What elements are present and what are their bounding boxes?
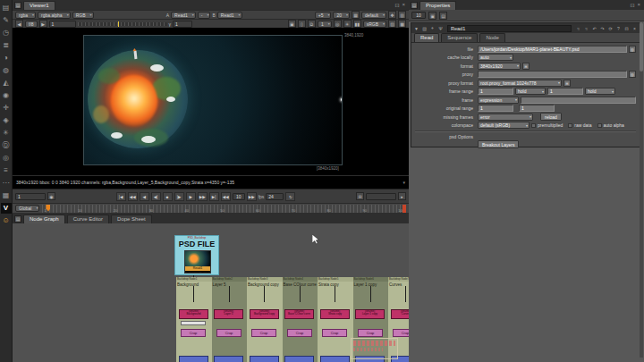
roi-icon[interactable]: ◎ (334, 20, 342, 28)
missing-frames-dropdown[interactable]: error (478, 114, 533, 121)
colorspace-dropdown[interactable]: default (sRGB) (478, 122, 530, 129)
downrez-dropdown[interactable]: 1 (318, 21, 332, 28)
premult-node[interactable] (284, 356, 314, 362)
node-name-field[interactable]: Read1 (447, 25, 572, 32)
play-forward-fast-button[interactable]: ▶▶ (198, 192, 208, 201)
tab-viewer1[interactable]: Viewer1 (23, 1, 55, 10)
fps-field[interactable]: 24 (266, 193, 284, 200)
max-panels-field[interactable]: 10 (411, 12, 426, 19)
playhead-marker[interactable] (46, 205, 50, 212)
proxy-toggle-icon[interactable]: ▣ (288, 20, 296, 28)
merge-node-icon[interactable]: ◉ (1, 89, 12, 102)
file-field[interactable]: /Users/jordan/Desktop/MAR1-planet-BEAUTY… (478, 46, 627, 53)
particles-node-icon[interactable]: ✳ (1, 127, 12, 139)
shuffle-node-strata-copy[interactable]: [Shuffle]Strata copy (320, 309, 350, 319)
views-node-icon[interactable]: ◎ (1, 152, 12, 164)
wipe-icon[interactable]: ▩ (398, 20, 406, 28)
step-forward-button[interactable]: |▶ (174, 192, 184, 201)
gain-slider[interactable] (78, 22, 167, 26)
time-node-icon[interactable]: ◷ (1, 27, 12, 39)
tab-sequence[interactable]: Sequence (441, 33, 478, 42)
format-dropdown[interactable]: 3840x1920 (478, 63, 521, 70)
keyer-node-icon[interactable]: ◭ (1, 77, 12, 89)
viewer-lut-dropdown[interactable]: sRGB (363, 21, 386, 28)
float-pane-icon[interactable]: ⊡ (630, 2, 634, 8)
undo-icon[interactable]: ↶ (591, 26, 597, 31)
frame-range-start-field[interactable]: 1 (478, 88, 513, 95)
format-edit-icon[interactable]: ⊞ (522, 63, 530, 70)
collapse-icon[interactable]: ▼ (413, 26, 419, 31)
tab-properties[interactable]: Properties (419, 1, 456, 10)
center-node-icon[interactable]: ⌖ (429, 25, 436, 31)
auto-alpha-checkbox[interactable] (597, 123, 602, 128)
viewer-process-dropdown[interactable]: default (361, 12, 386, 19)
pane-menu-icon[interactable]: ▤ (411, 2, 418, 9)
premult-node[interactable] (250, 356, 279, 362)
crop-node[interactable]: Crop (287, 329, 312, 337)
stereo-icon[interactable]: ❖ (388, 11, 396, 19)
gain-preset-dropdown[interactable]: +5 (315, 12, 332, 19)
clear-panels-icon[interactable]: ▤ (439, 12, 447, 20)
refresh-icon[interactable]: ⧉ (308, 20, 316, 28)
loop-mode-button[interactable]: ↻ (285, 192, 295, 201)
alpha-channel-dropdown[interactable]: rgba.alpha (38, 12, 71, 19)
raw-data-checkbox[interactable] (568, 123, 572, 128)
frame-range-end-mode-dropdown[interactable]: hold (585, 88, 615, 95)
tab-curve-editor[interactable]: Curve Editor (67, 215, 109, 223)
pane-menu-icon[interactable]: ▤ (14, 2, 21, 9)
manage-knobs-icon[interactable]: Ψ (437, 26, 444, 31)
current-frame-field[interactable]: 1 (15, 193, 46, 200)
original-start-field[interactable]: 1 (478, 105, 513, 112)
shuffle-node-curves[interactable]: [Shuffle]Curves (391, 309, 409, 319)
frame-range-end-field[interactable]: 1 (547, 88, 583, 95)
play-backward-fast-button[interactable]: ◀◀ (128, 192, 138, 201)
wipe-mode-dropdown[interactable]: - (198, 12, 211, 19)
premult-node[interactable] (179, 356, 208, 362)
frame-range-field[interactable] (366, 193, 396, 200)
frame-mode-dropdown[interactable]: expression (478, 97, 519, 104)
unpremult-node[interactable] (181, 321, 206, 325)
tab-node[interactable]: Node (479, 33, 504, 42)
shuffle-node-background-copy[interactable]: [Shuffle]Background copy (250, 309, 279, 319)
tab-node-graph[interactable]: Node Graph (23, 215, 65, 223)
goto-start-button[interactable]: |◀ (116, 192, 126, 201)
viewer-canvas[interactable]: 3840,1920 [3840x1920] (13, 28, 409, 175)
backdrop-strata-copy[interactable]: Backdrop Node5 Strata copy (318, 277, 353, 362)
help-smiley-icon[interactable]: ☺ (1, 215, 12, 227)
breakout-layers-button[interactable]: Breakout Layers (478, 140, 519, 148)
premultiplied-checkbox[interactable] (531, 123, 536, 128)
crop-node[interactable]: Crop (251, 329, 276, 337)
checker-icon[interactable]: ▨ (388, 20, 396, 28)
premult-node[interactable] (320, 356, 350, 362)
backdrop-background[interactable]: Backdrop Node1 Background (176, 277, 212, 362)
timeline-ruler[interactable]: 1 10 20 30 40 50 60 70 80 90 100 (42, 205, 406, 213)
playback-mode-icon[interactable]: ▮▮ (353, 20, 361, 28)
crop-node[interactable]: Crop (358, 329, 383, 337)
display-channel-dropdown[interactable]: RGB (72, 12, 94, 19)
layer-dropdown[interactable]: rgba (15, 12, 36, 19)
crop-node[interactable]: Crop (216, 329, 242, 337)
play-backward-button[interactable]: ◀ (140, 192, 149, 201)
node-graph-minimap[interactable] (351, 338, 398, 359)
draw-node-icon[interactable]: ✎ (1, 14, 12, 27)
curve-a-icon[interactable]: ≈ (575, 26, 581, 31)
gain-prev-icon[interactable]: ◀ (15, 20, 23, 28)
goto-end-button[interactable]: ▶| (209, 192, 219, 201)
crop-node[interactable]: Crop (181, 329, 206, 337)
lock-panels-icon[interactable]: ▣ (428, 12, 436, 20)
proxy-format-edit-icon[interactable]: ⊞ (564, 80, 571, 87)
range-menu-icon[interactable]: ⊟ (356, 192, 364, 200)
original-end-field[interactable]: 1 (519, 105, 555, 112)
stop-button[interactable]: ■ (163, 192, 173, 201)
help-icon[interactable]: ? (615, 26, 622, 31)
zoom-dropdown[interactable]: 20 (333, 12, 350, 19)
a-input-dropdown[interactable]: Read1 (171, 12, 196, 19)
frame-range-start-mode-dropdown[interactable]: hold (515, 88, 546, 95)
status-caret-icon[interactable]: ▾ (402, 176, 405, 189)
viewer-v-icon[interactable]: V (1, 203, 12, 214)
shuffle-node-background[interactable]: [Shuffle]Background (179, 309, 208, 319)
tab-read[interactable]: Read (414, 33, 439, 42)
frame-expression-field[interactable] (521, 97, 636, 104)
skip-forward-button[interactable]: ▶▶ (247, 192, 257, 201)
psd-file-backdrop[interactable]: PSD_Backdrop PSD FILE Read1 MAR1-planet-… (174, 235, 219, 275)
